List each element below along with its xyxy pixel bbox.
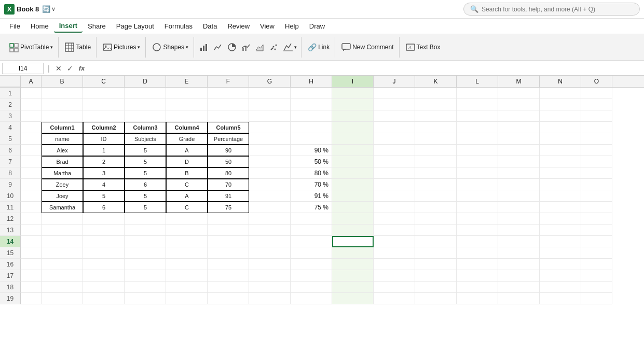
cell-j16[interactable] [374, 259, 415, 270]
cell-g9[interactable] [249, 179, 291, 190]
cell-n3[interactable] [540, 110, 581, 122]
col-header-c[interactable]: C [83, 76, 125, 87]
cell-g18[interactable] [249, 282, 291, 293]
cell-i10[interactable] [332, 190, 374, 202]
cell-i7[interactable] [332, 156, 374, 167]
cell-c4-col2-header[interactable]: Column2 [83, 122, 125, 133]
cell-n4[interactable] [540, 122, 581, 133]
cell-k18[interactable] [415, 282, 457, 293]
search-input[interactable] [482, 6, 633, 13]
cell-l9[interactable] [457, 179, 498, 190]
cell-j8[interactable] [374, 167, 415, 179]
row-num-18[interactable]: 18 [0, 282, 21, 293]
row-num-7[interactable]: 7 [0, 156, 21, 167]
cell-j13[interactable] [374, 224, 415, 236]
cell-d4-col3-header[interactable]: Column3 [125, 122, 166, 133]
cell-h17[interactable] [291, 270, 332, 282]
cell-a11[interactable] [21, 202, 42, 213]
col-header-n[interactable]: N [540, 76, 581, 87]
cell-e6[interactable]: A [166, 145, 208, 156]
cell-a13[interactable] [21, 224, 42, 236]
cell-j19[interactable] [374, 293, 415, 304]
cell-g3[interactable] [249, 110, 291, 122]
cell-h18[interactable] [291, 282, 332, 293]
cell-h19[interactable] [291, 293, 332, 304]
cell-e3[interactable] [166, 110, 208, 122]
cell-i2[interactable] [332, 99, 374, 110]
cell-b16[interactable] [42, 259, 83, 270]
cell-o3[interactable] [581, 110, 612, 122]
cell-g1[interactable] [249, 88, 291, 99]
cell-e11[interactable]: C [166, 202, 208, 213]
menu-view[interactable]: View [255, 20, 280, 32]
cell-i19[interactable] [332, 293, 374, 304]
cell-l2[interactable] [457, 99, 498, 110]
cell-o7[interactable] [581, 156, 612, 167]
cell-k15[interactable] [415, 247, 457, 259]
menu-review[interactable]: Review [222, 20, 255, 32]
cell-a14[interactable] [21, 236, 42, 247]
cell-c1[interactable] [83, 88, 125, 99]
cell-e8[interactable]: B [166, 167, 208, 179]
cell-f3[interactable] [208, 110, 249, 122]
cell-g17[interactable] [249, 270, 291, 282]
row-num-8[interactable]: 8 [0, 167, 21, 179]
cell-h11[interactable]: 75 % [291, 202, 332, 213]
row-num-9[interactable]: 9 [0, 179, 21, 190]
cell-d5-subjects-header[interactable]: Subjects [125, 133, 166, 145]
row-num-2[interactable]: 2 [0, 99, 21, 110]
menu-formulas[interactable]: Formulas [159, 20, 198, 32]
cell-b12[interactable] [42, 213, 83, 224]
cell-e10[interactable]: A [166, 190, 208, 202]
cell-m1[interactable] [498, 88, 540, 99]
scatter-chart-button[interactable] [267, 38, 281, 57]
cell-k17[interactable] [415, 270, 457, 282]
cell-d6[interactable]: 5 [125, 145, 166, 156]
cross-btn[interactable]: ✕ [54, 64, 63, 73]
cell-h16[interactable] [291, 259, 332, 270]
cell-c3[interactable] [83, 110, 125, 122]
cell-k14[interactable] [415, 236, 457, 247]
cell-i9[interactable] [332, 179, 374, 190]
cell-k8[interactable] [415, 167, 457, 179]
cell-o1[interactable] [581, 88, 612, 99]
cell-h12[interactable] [291, 213, 332, 224]
cell-i8[interactable] [332, 167, 374, 179]
cell-e19[interactable] [166, 293, 208, 304]
cell-c19[interactable] [83, 293, 125, 304]
cell-g19[interactable] [249, 293, 291, 304]
cell-h9[interactable]: 70 % [291, 179, 332, 190]
cell-d2[interactable] [125, 99, 166, 110]
cell-f2[interactable] [208, 99, 249, 110]
cell-f18[interactable] [208, 282, 249, 293]
row-num-14[interactable]: 14 [0, 236, 21, 247]
cell-l17[interactable] [457, 270, 498, 282]
cell-d3[interactable] [125, 110, 166, 122]
cell-f15[interactable] [208, 247, 249, 259]
cell-n17[interactable] [540, 270, 581, 282]
cell-f5-percentage-header[interactable]: Percentage [208, 133, 249, 145]
col-header-d[interactable]: D [125, 76, 166, 87]
cell-d18[interactable] [125, 282, 166, 293]
cell-f16[interactable] [208, 259, 249, 270]
cell-d16[interactable] [125, 259, 166, 270]
cell-n19[interactable] [540, 293, 581, 304]
cell-b8[interactable]: Martha [42, 167, 83, 179]
cell-i17[interactable] [332, 270, 374, 282]
cell-k11[interactable] [415, 202, 457, 213]
chevron-icon[interactable]: ∨ [51, 6, 56, 12]
cell-n13[interactable] [540, 224, 581, 236]
cell-o14[interactable] [581, 236, 612, 247]
cell-a8[interactable] [21, 167, 42, 179]
cell-o8[interactable] [581, 167, 612, 179]
cell-l1[interactable] [457, 88, 498, 99]
cell-e17[interactable] [166, 270, 208, 282]
menu-data[interactable]: Data [198, 20, 222, 32]
cell-a1[interactable] [21, 88, 42, 99]
cell-c12[interactable] [83, 213, 125, 224]
cell-g7[interactable] [249, 156, 291, 167]
cell-e2[interactable] [166, 99, 208, 110]
row-num-17[interactable]: 17 [0, 270, 21, 282]
cell-j7[interactable] [374, 156, 415, 167]
cell-m6[interactable] [498, 145, 540, 156]
